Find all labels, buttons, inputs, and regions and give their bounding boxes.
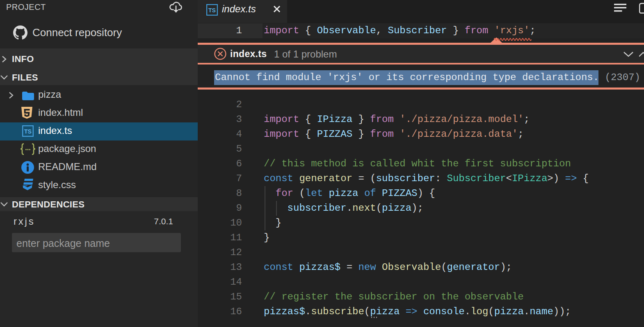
svg-text:TS: TS bbox=[208, 7, 216, 14]
svg-text:TS: TS bbox=[24, 128, 32, 135]
